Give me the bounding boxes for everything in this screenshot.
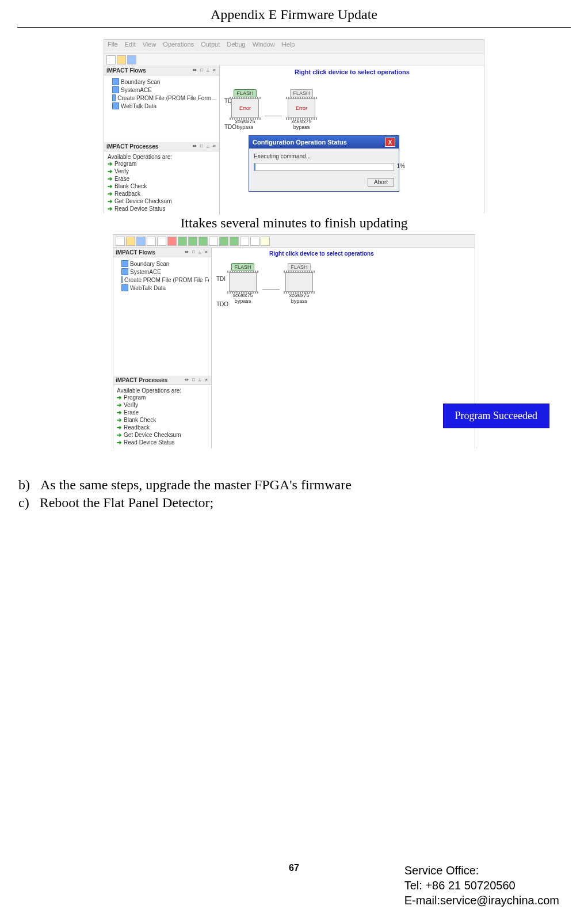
menu-item[interactable]: File: [108, 41, 118, 52]
op-item[interactable]: ➔Verify: [108, 168, 216, 175]
chip-1[interactable]: FLASH xc6slx75bypass: [229, 263, 257, 305]
tool-icon[interactable]: [219, 237, 228, 246]
menubar: File Edit View Operations Output Debug W…: [104, 40, 484, 54]
tree-item[interactable]: Create PROM File (PROM File Form…: [106, 94, 217, 102]
chip-tag: FLASH: [234, 89, 256, 97]
step-marker: b): [18, 477, 30, 493]
flows-pane-title: iMPACT Flows⇔ □ ⟂ ×: [104, 66, 219, 75]
flows-pane-title: iMPACT Flows⇔ □ ⟂ ×: [113, 248, 211, 257]
menu-item[interactable]: Help: [282, 41, 295, 52]
progress-percent: 1%: [397, 163, 405, 169]
chip-2[interactable]: FLASH Error xc6slx75bypass: [288, 89, 315, 131]
hint-text: Right click device to select operations: [295, 69, 410, 75]
chip-2[interactable]: FLASH xc6slx75bypass: [285, 263, 313, 305]
tdo-label: TDO: [216, 301, 228, 307]
tree-item[interactable]: WebTalk Data: [106, 102, 217, 110]
tree-item[interactable]: Boundary Scan: [116, 260, 209, 268]
page-header: Appendix E Firmware Update: [17, 0, 571, 28]
flows-tree: Boundary Scan SystemACE Create PROM File…: [104, 75, 219, 112]
op-item[interactable]: ➔Blank Check: [108, 182, 216, 190]
op-item[interactable]: ➔Read Device Status: [108, 205, 216, 212]
menu-item[interactable]: Output: [201, 41, 220, 52]
tool-icon[interactable]: [188, 237, 197, 246]
op-item[interactable]: ➔Get Device Checksum: [108, 197, 216, 205]
toolbar: [104, 54, 484, 66]
save-icon[interactable]: [127, 55, 136, 64]
screenshot-1: File Edit View Operations Output Debug W…: [104, 39, 484, 213]
op-item[interactable]: ➔Readback: [108, 190, 216, 197]
footer-tel: Tel: +86 21 50720560: [404, 878, 559, 893]
open-icon[interactable]: [126, 237, 135, 246]
jtag-chain: FLASH Error xc6slx75bypass FLASH Error x…: [231, 89, 315, 131]
tree-item[interactable]: Boundary Scan: [106, 78, 217, 86]
step-text: Reboot the Flat Panel Detector;: [40, 495, 214, 511]
dialog-title: Configuration Operation Status: [253, 139, 347, 146]
footer-office: Service Office:: [404, 863, 559, 878]
tool-icon[interactable]: [157, 237, 166, 246]
tool-icon[interactable]: [230, 237, 239, 246]
tree-item[interactable]: Create PROM File (PROM File Form…: [116, 276, 209, 284]
new-icon[interactable]: [106, 55, 116, 64]
screenshot-2: iMPACT Flows⇔ □ ⟂ × Boundary Scan System…: [113, 234, 475, 448]
step-list: b) As the same steps, upgrade the master…: [17, 477, 571, 511]
help-icon[interactable]: [261, 237, 270, 246]
toolbar: [113, 235, 475, 248]
op-item[interactable]: ➔Readback: [117, 424, 208, 431]
step-c: c) Reboot the Flat Panel Detector;: [17, 495, 571, 511]
tree-item[interactable]: SystemACE: [116, 268, 209, 276]
op-item[interactable]: ➔Program: [108, 160, 216, 168]
menu-item[interactable]: Edit: [125, 41, 136, 52]
op-item[interactable]: ➔Verify: [117, 401, 208, 409]
op-item[interactable]: ➔Read Device Status: [117, 439, 208, 446]
step-b: b) As the same steps, upgrade the master…: [17, 477, 571, 493]
step-text: As the same steps, upgrade the master FP…: [40, 477, 352, 493]
tool-icon[interactable]: [209, 237, 218, 246]
new-icon[interactable]: [116, 237, 125, 246]
menu-item[interactable]: Operations: [163, 41, 194, 52]
close-icon[interactable]: X: [385, 138, 395, 147]
operations-list: Available Operations are: ➔Program ➔Veri…: [113, 385, 211, 448]
tdi-label: TDI: [216, 276, 226, 282]
processes-pane-title: iMPACT Processes⇔ □ ⟂ ×: [113, 376, 211, 385]
success-banner: Program Succeeded: [443, 404, 549, 428]
operations-list: Available Operations are: ➔Program ➔Veri…: [104, 151, 219, 215]
chip-tag: FLASH: [288, 263, 310, 271]
progress-bar: 1%: [254, 163, 394, 171]
tool-icon[interactable]: [147, 237, 156, 246]
chip-tag: FLASH: [231, 263, 254, 271]
step-marker: c): [18, 495, 29, 511]
ops-header: Available Operations are:: [108, 154, 216, 160]
footer-email: E-mail:service@iraychina.com: [404, 893, 559, 908]
tool-icon[interactable]: [250, 237, 259, 246]
op-item[interactable]: ➔Get Device Checksum: [117, 431, 208, 439]
op-item[interactable]: ➔Blank Check: [117, 416, 208, 424]
flows-tree: Boundary Scan SystemACE Create PROM File…: [113, 257, 211, 294]
menu-item[interactable]: Debug: [227, 41, 245, 52]
hint-text: Right click device to select operations: [269, 250, 374, 257]
tool-icon[interactable]: [198, 237, 208, 246]
figure-1-caption: Ittakes several minutes to finish updati…: [17, 215, 571, 231]
status-dialog: Configuration Operation Status X Executi…: [249, 135, 399, 192]
chip-1[interactable]: FLASH Error xc6slx75bypass: [231, 89, 259, 131]
tree-item[interactable]: WebTalk Data: [116, 284, 209, 292]
op-item[interactable]: ➔Erase: [117, 409, 208, 416]
op-item[interactable]: ➔Erase: [108, 175, 216, 182]
tool-icon[interactable]: [167, 237, 177, 246]
ops-header: Available Operations are:: [117, 387, 208, 394]
abort-button[interactable]: Abort: [368, 178, 394, 187]
open-icon[interactable]: [117, 55, 126, 64]
processes-pane-title: iMPACT Processes⇔ □ ⟂ ×: [104, 142, 219, 151]
dialog-message: Executing command...: [254, 153, 394, 159]
chip-tag: FLASH: [290, 89, 312, 97]
op-item[interactable]: ➔Program: [117, 394, 208, 401]
menu-item[interactable]: View: [143, 41, 156, 52]
footer: Service Office: Tel: +86 21 50720560 E-m…: [404, 863, 559, 908]
tree-item[interactable]: SystemACE: [106, 86, 217, 94]
tool-icon[interactable]: [178, 237, 187, 246]
menu-item[interactable]: Window: [253, 41, 275, 52]
save-icon[interactable]: [136, 237, 146, 246]
tool-icon[interactable]: [240, 237, 249, 246]
jtag-chain: FLASH xc6slx75bypass FLASH xc6slx75bypas…: [229, 263, 313, 305]
